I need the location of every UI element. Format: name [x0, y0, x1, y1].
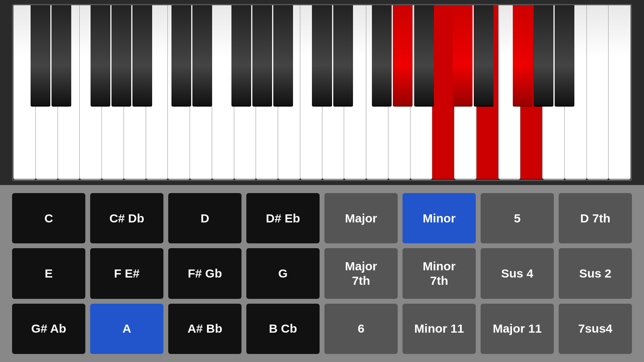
chord-btn-gs-ab[interactable]: G# Ab [12, 304, 85, 354]
black-key-ds3[interactable] [333, 5, 353, 107]
chord-btn-b-cb[interactable]: B Cb [246, 304, 320, 354]
piano-container [12, 4, 632, 181]
white-key-a3[interactable] [432, 5, 454, 180]
white-key-a4[interactable] [587, 5, 609, 180]
chord-btn-major-11[interactable]: Major 11 [481, 304, 554, 354]
black-key-as4[interactable] [555, 5, 574, 107]
black-key-cs1[interactable] [31, 5, 50, 107]
chord-btn-minor[interactable]: Minor [402, 193, 476, 243]
black-key-as1[interactable] [132, 5, 152, 107]
chord-btn-ds-eb[interactable]: D# Eb [246, 193, 320, 243]
chord-btn-f-es[interactable]: F E# [90, 248, 163, 298]
chord-btn-minor-7th[interactable]: Minor7th [402, 248, 476, 298]
black-key-fs2[interactable] [231, 5, 251, 107]
black-key-fs1[interactable] [91, 5, 110, 107]
chord-btn-5[interactable]: 5 [481, 193, 554, 243]
chord-btn-g[interactable]: G [246, 248, 320, 298]
chord-btn-6[interactable]: 6 [324, 304, 398, 354]
black-key-ds2[interactable] [192, 5, 212, 107]
chord-btn-a[interactable]: A [90, 304, 163, 354]
chord-btn-cs-db[interactable]: C# Db [90, 193, 163, 243]
chord-btn-e[interactable]: E [12, 248, 85, 298]
chord-btn-sus-2[interactable]: Sus 2 [559, 248, 632, 298]
black-key-gs2[interactable] [252, 5, 272, 107]
black-key-fs3[interactable] [372, 5, 392, 107]
black-key-as3[interactable] [414, 5, 434, 107]
chord-btn-major-7th[interactable]: Major7th [324, 248, 398, 298]
chord-btn-7sus4[interactable]: 7sus4 [559, 304, 632, 354]
chord-btn-as-bb[interactable]: A# Bb [168, 304, 242, 354]
chord-btn-d-7th[interactable]: D 7th [559, 193, 632, 243]
black-key-gs3[interactable] [393, 5, 413, 107]
black-key-cs2[interactable] [171, 5, 191, 107]
black-key-gs1[interactable] [111, 5, 131, 107]
black-key-ds4[interactable] [474, 5, 493, 107]
piano-keys-wrapper [13, 5, 631, 180]
black-key-ds1[interactable] [52, 5, 71, 107]
black-key-as2[interactable] [273, 5, 293, 107]
chord-btn-minor-11[interactable]: Minor 11 [402, 304, 476, 354]
chord-btn-fs-gb[interactable]: F# Gb [168, 248, 242, 298]
chord-btn-major[interactable]: Major [324, 193, 398, 243]
chord-btn-d[interactable]: D [168, 193, 242, 243]
chord-btn-sus-4[interactable]: Sus 4 [481, 248, 554, 298]
black-key-cs4[interactable] [453, 5, 473, 107]
white-key-b4[interactable] [609, 5, 631, 180]
black-key-gs4[interactable] [534, 5, 553, 107]
black-key-fs4[interactable] [513, 5, 533, 107]
piano-section [0, 0, 644, 185]
black-key-cs3[interactable] [312, 5, 332, 107]
controls-section: CC# DbDD# EbMajorMinor5D 7thEF E#F# GbGM… [0, 185, 644, 362]
chord-btn-c[interactable]: C [12, 193, 85, 243]
white-key-e2[interactable] [212, 5, 234, 180]
button-grid: CC# DbDD# EbMajorMinor5D 7thEF E#F# GbGM… [12, 193, 632, 354]
